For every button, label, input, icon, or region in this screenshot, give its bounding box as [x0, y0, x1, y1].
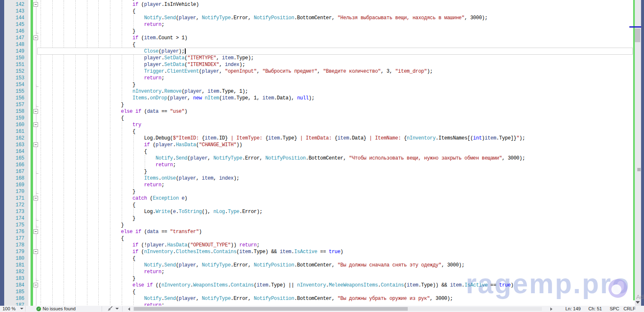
line-number[interactable]: 162	[4, 135, 24, 142]
vertical-scrollbar[interactable]	[635, 0, 641, 306]
code-cleanup-button[interactable]	[107, 306, 113, 312]
line-number[interactable]: 173	[4, 208, 24, 215]
line-number[interactable]: 155	[4, 88, 24, 95]
fold-collapse-toggle[interactable]	[33, 109, 38, 114]
zoom-level-select[interactable]: 100 %	[3, 306, 15, 312]
fold-collapse-toggle[interactable]	[33, 122, 38, 127]
code-line: 155 nInventory.Remove(player, item.Type,…	[0, 88, 641, 95]
code-line: 186 Notify.Send(player, NotifyType.Error…	[0, 295, 641, 302]
code-text: else if ((nInventory.WeaponsItems.Contai…	[40, 282, 514, 289]
code-line: 154 }	[0, 81, 641, 88]
line-number[interactable]: 154	[4, 81, 24, 88]
fold-collapse-toggle[interactable]	[33, 36, 38, 40]
fold-collapse-toggle[interactable]	[33, 142, 38, 147]
insert-mode-indicator[interactable]: SPC	[610, 306, 619, 312]
line-number[interactable]: 182	[4, 269, 24, 275]
line-number[interactable]: 183	[4, 275, 24, 282]
line-number[interactable]: 146	[4, 28, 24, 35]
right-edge-bar	[641, 0, 644, 306]
code-line: 162 Log.Debug($"ItemID: {item.ID} | Item…	[0, 135, 641, 142]
line-number[interactable]: 181	[4, 262, 24, 269]
line-number[interactable]: 148	[4, 41, 24, 48]
code-line: 152 Trigger.ClientEvent(player, "openInp…	[0, 68, 641, 75]
fold-collapse-toggle[interactable]	[33, 196, 38, 200]
chevron-down-icon[interactable]	[115, 308, 119, 309]
code-line: 142 if (player.IsInVehicle)	[0, 1, 641, 8]
fold-region-end-marker	[36, 31, 38, 33]
code-line: 146 }	[0, 28, 641, 35]
line-number[interactable]: 157	[4, 101, 24, 108]
line-number[interactable]: 163	[4, 142, 24, 148]
line-number[interactable]: 152	[4, 68, 24, 75]
line-number[interactable]: 172	[4, 202, 24, 208]
code-text: Items.onDrop(player, new nItem(item.Type…	[40, 95, 314, 101]
line-number[interactable]: 147	[4, 35, 24, 41]
column-indicator: Ch: 51	[588, 306, 602, 312]
code-editor-window: ragemp.pro }142 if (player.IsInVehicle)1…	[0, 0, 644, 312]
h-scroll-right-arrow-icon[interactable]	[550, 307, 552, 311]
code-text: try	[40, 122, 141, 128]
code-text: catch (Exception e)	[40, 195, 187, 202]
line-number[interactable]: 186	[4, 295, 24, 302]
h-scroll-left-arrow-icon[interactable]	[128, 307, 130, 311]
line-number[interactable]: 178	[4, 242, 24, 249]
line-number[interactable]: 151	[4, 61, 24, 68]
code-text: }	[40, 168, 147, 175]
line-number[interactable]: 156	[4, 95, 24, 101]
eol-indicator[interactable]: CRLF	[624, 306, 636, 312]
fold-collapse-toggle[interactable]	[33, 2, 38, 7]
line-number[interactable]: 165	[4, 155, 24, 162]
line-number[interactable]: 170	[4, 188, 24, 195]
line-number[interactable]: 176	[4, 228, 24, 235]
horizontal-scrollbar-thumb[interactable]	[134, 307, 408, 311]
code-text: {	[40, 128, 135, 135]
code-line: 179 if (nInventory.ClothesItems.Contains…	[0, 249, 641, 255]
code-text: }	[40, 28, 135, 35]
vertical-scrollbar-thumb[interactable]	[635, 28, 640, 42]
line-number[interactable]: 164	[4, 148, 24, 155]
line-number[interactable]: 169	[4, 182, 24, 188]
line-number[interactable]: 167	[4, 168, 24, 175]
code-line: 167 }	[0, 168, 641, 175]
fold-region-end-marker	[36, 171, 38, 174]
line-number[interactable]: 161	[4, 128, 24, 135]
line-number[interactable]: 159	[4, 115, 24, 122]
line-number[interactable]: 142	[4, 1, 24, 8]
fold-collapse-toggle[interactable]	[33, 283, 38, 287]
line-number[interactable]: 184	[4, 282, 24, 289]
line-number[interactable]: 150	[4, 55, 24, 61]
code-line: 171 catch (Exception e)	[0, 195, 641, 202]
line-number[interactable]: 166	[4, 162, 24, 168]
line-number[interactable]: 144	[4, 15, 24, 21]
scroll-down-arrow-icon[interactable]	[636, 301, 640, 304]
fold-region-end-marker	[36, 225, 38, 227]
code-line: 172 {	[0, 202, 641, 208]
issues-indicator[interactable]: No issues found	[43, 306, 76, 312]
code-text: {	[40, 115, 124, 122]
code-text: Notify.Send(player, NotifyType.Error, No…	[40, 15, 488, 21]
code-text: else if (data == "use")	[40, 108, 187, 115]
line-number[interactable]: 174	[4, 215, 24, 222]
line-number[interactable]: 177	[4, 235, 24, 242]
line-number[interactable]: 180	[4, 255, 24, 262]
line-number[interactable]: 185	[4, 289, 24, 295]
line-number[interactable]: 168	[4, 175, 24, 182]
code-line: 151 player.SetData("ITEMINDEX", index);	[0, 61, 641, 68]
line-number[interactable]: 143	[4, 8, 24, 15]
code-text: if (nInventory.ClothesItems.Contains(ite…	[40, 249, 343, 255]
line-number[interactable]: 171	[4, 195, 24, 202]
fold-collapse-toggle[interactable]	[33, 249, 38, 254]
line-number[interactable]: 179	[4, 249, 24, 255]
line-number[interactable]: 145	[4, 21, 24, 28]
code-text: if (item.Count > 1)	[40, 35, 187, 41]
code-area[interactable]: }142 if (player.IsInVehicle)143 {144 Not…	[0, 0, 641, 306]
code-text: Log.Debug($"ItemID: {item.ID} | ItemType…	[40, 135, 525, 142]
line-number[interactable]: 149	[4, 48, 24, 55]
line-number[interactable]: 175	[4, 222, 24, 228]
chevron-down-icon[interactable]	[20, 308, 23, 309]
code-line: 157 }	[0, 101, 641, 108]
line-number[interactable]: 158	[4, 108, 24, 115]
line-number[interactable]: 160	[4, 122, 24, 128]
line-number[interactable]: 153	[4, 75, 24, 81]
fold-collapse-toggle[interactable]	[33, 229, 38, 234]
